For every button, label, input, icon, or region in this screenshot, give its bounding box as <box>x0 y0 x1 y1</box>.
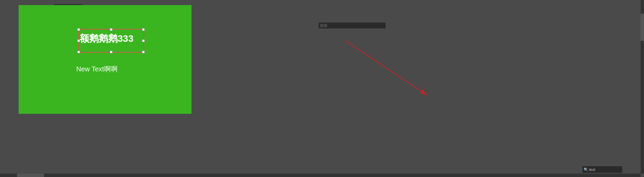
handle-tr[interactable] <box>142 28 145 31</box>
search-wrapper <box>318 22 386 29</box>
scene-main-text: 额鹅鹅鹅333 <box>80 32 134 45</box>
v-scrollbar[interactable] <box>641 14 644 162</box>
project-search-input[interactable] <box>318 22 386 29</box>
scene-viewport[interactable]: Main Camera <box>0 14 644 162</box>
handle-br[interactable] <box>142 51 145 53</box>
game-area: 额鹅鹅鹅333 New Text啊啊 <box>19 14 192 114</box>
v-scrollbar-thumb[interactable] <box>641 14 644 41</box>
handle-bm[interactable] <box>110 51 113 53</box>
bottom-search-wrapper: 🔍 <box>582 166 623 173</box>
handle-tm[interactable] <box>110 28 113 31</box>
handle-tl[interactable] <box>77 28 80 31</box>
handle-mr[interactable] <box>142 39 145 42</box>
handle-bl[interactable] <box>77 51 80 53</box>
scene-secondary-text: New Text啊啊 <box>76 65 118 74</box>
scene-panel: 场景 🔒 ⋮ Shaded ▼ 2D 💡 🔊 ⊞ <box>0 14 206 162</box>
bottom-search-icon2: 🔍 <box>584 167 588 172</box>
